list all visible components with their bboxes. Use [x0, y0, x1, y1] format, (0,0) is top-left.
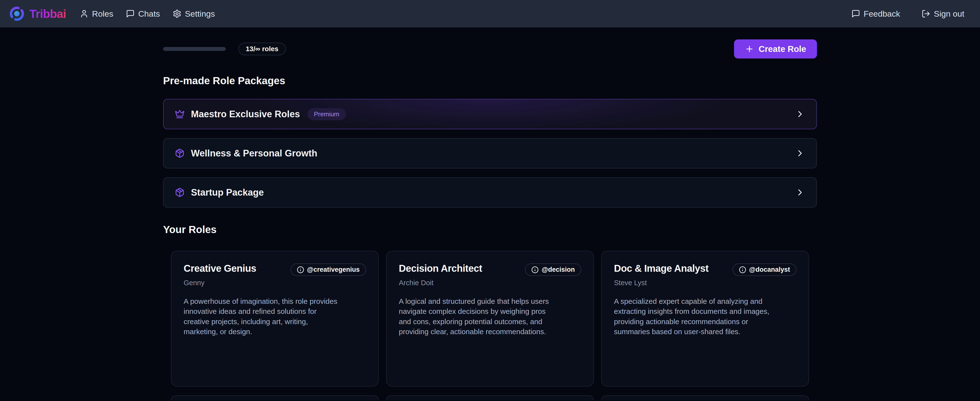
brand-logo-link[interactable]: Tribbai	[9, 6, 66, 22]
role-card-creative-genius[interactable]: Creative Genius @creativegenius Genny A …	[171, 251, 379, 387]
nav-item-chats[interactable]: Chats	[126, 9, 160, 19]
role-card-partial[interactable]	[171, 395, 379, 400]
brand-name: Tribbai	[29, 7, 66, 21]
package-name: Maestro Exclusive Roles	[191, 109, 300, 120]
tribbai-logo-icon	[9, 6, 25, 22]
create-role-button[interactable]: Create Role	[734, 40, 817, 59]
role-subtitle: Steve Lyst	[614, 279, 796, 287]
nav-item-settings[interactable]: Settings	[173, 9, 215, 19]
logout-icon	[921, 9, 931, 18]
role-description: A specialized expert capable of analyzin…	[614, 296, 770, 337]
sign-out-button[interactable]: Sign out	[921, 9, 964, 19]
roles-toolbar: 13/∞ roles Create Role	[163, 39, 817, 59]
role-description: A powerhouse of imagination, this role p…	[184, 296, 340, 337]
role-description: A logical and structured guide that help…	[399, 296, 555, 337]
role-card-partial[interactable]	[601, 395, 809, 400]
info-icon	[531, 266, 539, 273]
gear-icon	[173, 9, 181, 18]
primary-nav: Roles Chats Settings	[80, 9, 215, 19]
chat-bubble-icon	[851, 9, 860, 18]
feedback-button[interactable]: Feedback	[851, 9, 900, 19]
roles-count-badge: 13/∞ roles	[239, 43, 286, 55]
card-header: Decision Architect @decision	[399, 263, 581, 276]
package-row-wellness[interactable]: Wellness & Personal Growth	[163, 138, 817, 168]
nav-item-roles[interactable]: Roles	[80, 9, 113, 19]
feedback-label: Feedback	[864, 9, 900, 19]
premade-packages-title: Pre-made Role Packages	[163, 75, 817, 87]
navbar-right: Feedback Sign out	[851, 9, 964, 19]
role-handle-badge[interactable]: @decision	[525, 264, 581, 276]
role-card-decision-architect[interactable]: Decision Architect @decision Archie Doit…	[386, 251, 594, 387]
package-row-maestro[interactable]: Maestro Exclusive Roles Premium	[163, 99, 817, 129]
role-title: Creative Genius	[184, 263, 256, 274]
card-header: Creative Genius @creativegenius	[184, 263, 366, 276]
premium-badge: Premium	[307, 108, 346, 120]
role-subtitle: Genny	[184, 279, 366, 287]
role-subtitle: Archie Doit	[399, 279, 581, 287]
roles-page: Tribbai Roles Chats Settings Feedback	[0, 0, 980, 401]
role-handle-badge[interactable]: @docanalyst	[733, 264, 796, 276]
sign-out-label: Sign out	[934, 9, 964, 19]
crown-icon	[175, 109, 185, 119]
roles-progress-bar	[163, 47, 226, 51]
role-handle: @decision	[542, 266, 575, 273]
nav-item-label: Roles	[92, 9, 113, 19]
user-icon	[80, 9, 89, 18]
nav-item-label: Settings	[185, 9, 215, 19]
role-title: Doc & Image Analyst	[614, 263, 709, 274]
role-handle: @creativegenius	[307, 266, 360, 273]
info-icon	[297, 266, 304, 273]
package-name: Wellness & Personal Growth	[191, 148, 317, 159]
package-name: Startup Package	[191, 187, 264, 198]
nav-item-label: Chats	[138, 9, 160, 19]
package-row-startup[interactable]: Startup Package	[163, 177, 817, 208]
package-icon	[175, 187, 185, 197]
package-icon	[175, 149, 185, 158]
role-title: Decision Architect	[399, 263, 482, 274]
main-content: 13/∞ roles Create Role Pre-made Role Pac…	[163, 27, 817, 400]
create-role-label: Create Role	[759, 44, 806, 54]
role-handle-badge[interactable]: @creativegenius	[291, 264, 366, 276]
chevron-right-icon	[795, 187, 805, 198]
role-card-doc-image-analyst[interactable]: Doc & Image Analyst @docanalyst Steve Ly…	[601, 251, 809, 387]
top-navbar: Tribbai Roles Chats Settings Feedback	[0, 0, 980, 27]
your-roles-title: Your Roles	[163, 224, 817, 235]
role-handle: @docanalyst	[749, 266, 790, 273]
info-icon	[739, 266, 746, 273]
role-cards-grid: Creative Genius @creativegenius Genny A …	[171, 251, 809, 387]
card-header: Doc & Image Analyst @docanalyst	[614, 263, 796, 276]
chat-bubble-icon	[126, 9, 135, 18]
role-card-partial[interactable]	[386, 395, 594, 400]
role-cards-grid-row2	[171, 395, 809, 400]
plus-icon	[745, 44, 754, 54]
chevron-right-icon	[795, 109, 805, 119]
chevron-right-icon	[795, 148, 805, 158]
